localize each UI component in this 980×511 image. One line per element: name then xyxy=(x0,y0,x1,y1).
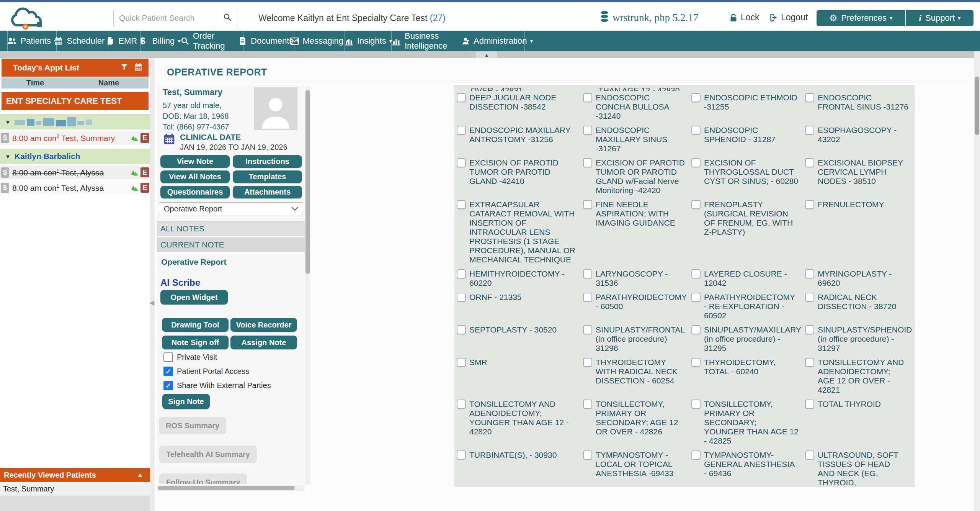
checkbox-row-private-visit[interactable]: Private Visit xyxy=(163,352,271,362)
ros-summary-button[interactable]: ROS Summary xyxy=(159,417,226,434)
open-widget-button[interactable]: Open Widget xyxy=(160,290,228,305)
all-notes-section[interactable]: ALL NOTES xyxy=(157,221,305,236)
provider-group-row[interactable]: ▼Kaitlyn Barbalich xyxy=(0,149,150,164)
procedure-label[interactable]: EXCISION OF PAROTID TUMOR OR PAROTID GLA… xyxy=(596,158,685,195)
procedure-label[interactable]: ORNF - 21335 xyxy=(469,293,522,302)
procedure-label[interactable]: ENDOSCOPIC SPHENOID - 31287 xyxy=(704,126,799,144)
appointment-row[interactable]: $8:00 am con1 Test, AlyssaE xyxy=(0,165,150,179)
unchecked-checkbox[interactable] xyxy=(457,450,466,460)
unchecked-checkbox[interactable] xyxy=(457,93,466,102)
current-note-section[interactable]: CURRENT NOTE xyxy=(157,237,305,252)
unchecked-checkbox[interactable] xyxy=(805,325,814,334)
follow-up-summary-button[interactable]: Follow-Up Summary xyxy=(159,473,247,484)
unchecked-checkbox[interactable] xyxy=(805,400,814,409)
questionnaires-button[interactable]: Questionnaires xyxy=(160,186,230,198)
procedure-label[interactable]: SMR xyxy=(469,358,487,367)
procedure-label[interactable]: FRENOPLASTY (SURGICAL REVISION OF FRENUM… xyxy=(704,200,799,237)
unchecked-checkbox[interactable] xyxy=(457,200,466,209)
assign-note-button[interactable]: Assign Note xyxy=(230,336,297,349)
unchecked-checkbox[interactable] xyxy=(583,93,592,102)
procedure-label[interactable]: THYROIDECTOMY, TOTAL - 60240 xyxy=(704,358,799,376)
procedure-label[interactable]: ESOPHAGOSCOPY - 43202 xyxy=(818,126,909,144)
unchecked-checkbox[interactable] xyxy=(583,400,592,409)
filter-icon[interactable] xyxy=(120,63,128,72)
procedure-label[interactable]: TONSILLECTOMY AND ADENOIDECTOMY; AGE 12 … xyxy=(818,358,909,395)
unchecked-checkbox[interactable] xyxy=(691,400,701,409)
unchecked-checkbox[interactable] xyxy=(457,325,466,334)
appointment-row[interactable]: $8:00 am con2 Test, SummaryE xyxy=(0,131,150,145)
unchecked-checkbox[interactable] xyxy=(457,358,466,367)
telehealth-ai-summary-button[interactable]: Telehealth AI Summary xyxy=(159,445,257,463)
view-all-notes-button[interactable]: View All Notes xyxy=(160,170,230,183)
procedure-label[interactable]: ENDOSCOPIC FRONTAL SINUS -31276 xyxy=(818,93,909,111)
procedure-label[interactable]: TYMPANOSTOMY- GENERAL ANESTHESIA - 69436 xyxy=(704,450,799,478)
unchecked-checkbox[interactable] xyxy=(805,158,814,167)
unchecked-checkbox[interactable] xyxy=(691,158,701,167)
nav-item-scheduler[interactable]: Scheduler▾ xyxy=(57,31,108,51)
sign-note-button[interactable]: Sign Note xyxy=(162,394,210,409)
nav-item-emr[interactable]: EMR▾ xyxy=(108,31,141,51)
unchecked-checkbox[interactable] xyxy=(583,293,592,302)
scrollbar-thumb[interactable] xyxy=(305,90,310,274)
procedure-label[interactable]: FRENULECTOMY xyxy=(818,200,884,209)
preferences-button[interactable]: ⚙ Preferences ▾ xyxy=(817,10,905,26)
unchecked-checkbox[interactable] xyxy=(583,450,592,460)
checked-checkbox[interactable]: ✓ xyxy=(163,381,173,390)
unchecked-checkbox[interactable] xyxy=(583,358,592,367)
checkbox-row-patient-portal-access[interactable]: ✓Patient Portal Access xyxy=(163,367,271,376)
unchecked-checkbox[interactable] xyxy=(805,126,814,135)
procedure-label[interactable]: EXTRACAPSULAR CATARACT REMOVAL WITH INSE… xyxy=(469,200,577,264)
unchecked-checkbox[interactable] xyxy=(583,200,592,209)
unchecked-checkbox[interactable] xyxy=(457,269,466,278)
procedure-label[interactable]: TONSILLECTOMY, PRIMARY OR SECONDARY; AGE… xyxy=(596,400,685,436)
unchecked-checkbox[interactable] xyxy=(457,400,466,409)
calendar-icon[interactable] xyxy=(134,62,143,73)
procedure-label[interactable]: EXCISION OF PAROTID TUMOR OR PAROTID GLA… xyxy=(469,158,577,186)
patient-name[interactable]: Test, Summary xyxy=(163,87,222,97)
procedure-label[interactable]: ENDOSCOPIC ETHMOID -31255 xyxy=(704,93,799,111)
view-note-button[interactable]: View Note xyxy=(160,155,230,168)
procedure-label[interactable]: HEMITHYROIDECTOMY - 60220 xyxy=(469,269,577,288)
recently-viewed-patient[interactable]: Test, Summary xyxy=(0,482,150,496)
logout-button[interactable]: Logout xyxy=(769,12,808,23)
instructions-button[interactable]: Instructions xyxy=(233,155,302,168)
templates-button[interactable]: Templates xyxy=(233,170,302,183)
nav-item-insights[interactable]: Insights▾ xyxy=(345,31,392,51)
unchecked-checkbox[interactable] xyxy=(805,450,814,460)
procedure-label[interactable]: LAYERED CLOSURE - 12042 xyxy=(704,269,799,288)
unchecked-checkbox[interactable] xyxy=(163,352,173,362)
unchecked-checkbox[interactable] xyxy=(457,293,466,302)
unchecked-checkbox[interactable] xyxy=(457,158,466,167)
unchecked-checkbox[interactable] xyxy=(805,200,814,209)
unchecked-checkbox[interactable] xyxy=(805,293,814,302)
unchecked-checkbox[interactable] xyxy=(691,269,701,278)
note-type-select[interactable]: Operative Report xyxy=(159,202,303,215)
procedure-label[interactable]: ENDOSCOPIC CONCHA BULLOSA -31240 xyxy=(596,93,685,121)
procedure-label[interactable]: EXCISION OF THYROGLOSSAL DUCT CYST OR SI… xyxy=(704,158,799,186)
unchecked-checkbox[interactable] xyxy=(691,450,701,460)
nav-item-documents[interactable]: Documents▾ xyxy=(243,31,294,51)
unchecked-checkbox[interactable] xyxy=(691,126,701,135)
lock-button[interactable]: Lock xyxy=(728,12,760,23)
unchecked-checkbox[interactable] xyxy=(583,269,592,278)
procedure-label[interactable]: SINUPLASTY/SPHENOID (in office procedure… xyxy=(818,325,912,353)
recently-viewed-header[interactable]: Recently Viewed Patients ▲ xyxy=(0,468,150,482)
procedure-label[interactable]: RADICAL NECK DISSECTION - 38720 xyxy=(818,293,909,311)
procedure-label[interactable]: SINUPLASTY/MAXILLARY (in office procedur… xyxy=(704,325,801,353)
procedure-label[interactable]: TYMPANOSTOMY - LOCAL OR TOPICAL ANESTHES… xyxy=(596,450,685,478)
voice-recorder-button[interactable]: Voice Recorder xyxy=(230,318,297,332)
scrollbar-thumb[interactable] xyxy=(975,77,979,135)
nav-item-billing[interactable]: $Billing▾ xyxy=(141,31,180,51)
attachments-button[interactable]: Attachments xyxy=(233,186,302,198)
unchecked-checkbox[interactable] xyxy=(457,126,466,135)
unchecked-checkbox[interactable] xyxy=(691,293,701,302)
app-logo-cloud[interactable] xyxy=(7,5,47,31)
procedure-label[interactable]: ENDOSCOPIC MAXILLARY SINUS -31267 xyxy=(596,126,685,153)
unchecked-checkbox[interactable] xyxy=(583,126,592,135)
sidebar-collapse-handle[interactable]: ◀ xyxy=(149,299,154,307)
drawing-tool-button[interactable]: Drawing Tool xyxy=(162,318,229,332)
procedure-label[interactable]: TURBINATE(S), - 30930 xyxy=(469,450,557,460)
procedure-label[interactable]: THYROIDECTOMY WITH RADICAL NECK DISSECTI… xyxy=(596,358,685,385)
procedure-label[interactable]: PARATHYROIDECTOMY - 60500 xyxy=(596,293,687,311)
nav-item-messaging[interactable]: Messaging▾ xyxy=(294,31,345,51)
